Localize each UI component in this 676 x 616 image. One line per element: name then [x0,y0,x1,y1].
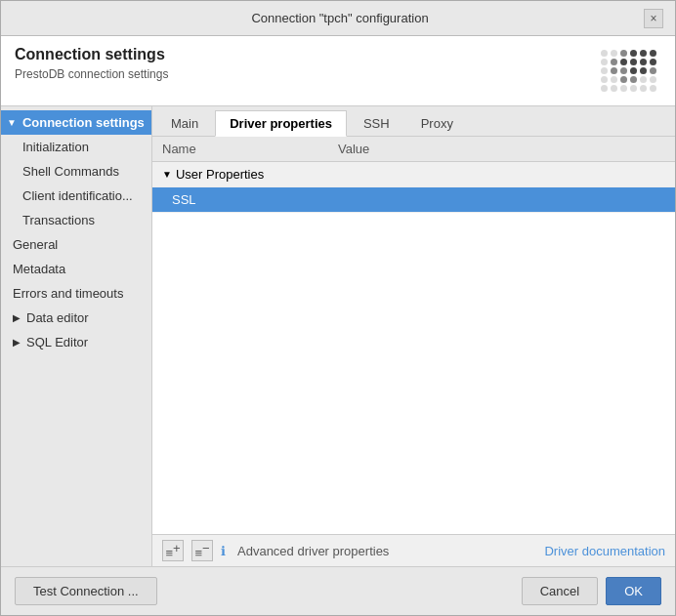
add-property-button[interactable]: ≡+ [162,540,184,561]
info-icon: ℹ [221,544,226,558]
tab-main[interactable]: Main [156,110,213,136]
sidebar-item-errors-timeouts[interactable]: Errors and timeouts [1,281,151,306]
sidebar-item-transactions[interactable]: Transactions [1,208,151,232]
col-header-name: Name [152,137,328,162]
sidebar-item-shell-commands[interactable]: Shell Commands [1,159,151,184]
chevron-down-icon: ▼ [7,117,17,128]
header-area: Connection settings PrestoDB connection … [1,36,675,106]
tab-content-driver-properties: Name Value ▼ User Properties [152,137,675,534]
driver-documentation-link[interactable]: Driver documentation [544,544,665,558]
sidebar-item-initialization[interactable]: Initialization [1,135,151,159]
sidebar-item-metadata[interactable]: Metadata [1,257,151,281]
tab-bar: Main Driver properties SSH Proxy [152,106,675,137]
logo [597,46,661,96]
advanced-driver-properties-label: Advanced driver properties [237,544,389,558]
main-content: ▼ Connection settings Initialization She… [1,106,675,566]
sidebar-item-client-identification[interactable]: Client identificatio... [1,184,151,208]
chevron-right-icon-2: ▶ [13,337,21,348]
tab-proxy[interactable]: Proxy [406,110,468,136]
tab-driver-properties[interactable]: Driver properties [215,110,347,137]
page-title: Connection settings [15,46,168,63]
sidebar-item-sql-editor[interactable]: ▶ SQL Editor [1,330,151,354]
property-value-ssl [328,187,675,213]
sidebar: ▼ Connection settings Initialization She… [1,106,152,566]
group-row-user-properties: ▼ User Properties [152,162,675,187]
test-connection-button[interactable]: Test Connection ... [15,577,157,605]
cancel-button[interactable]: Cancel [522,577,598,605]
dialog: Connection "tpch" configuration × Connec… [0,0,676,616]
chevron-right-icon: ▶ [13,312,21,323]
sidebar-item-connection-settings[interactable]: ▼ Connection settings [1,110,151,135]
ok-button[interactable]: OK [606,577,661,605]
sidebar-item-general[interactable]: General [1,232,151,257]
dialog-footer: Test Connection ... Cancel OK [1,566,675,615]
dialog-title: Connection "tpch" configuration [36,11,644,25]
col-header-value: Value [328,137,675,162]
tab-ssh[interactable]: SSH [349,110,404,136]
tab-footer: ≡+ ≡− ℹ Advanced driver properties Drive… [152,534,675,566]
sidebar-item-data-editor[interactable]: ▶ Data editor [1,306,151,330]
group-label-user-properties: User Properties [176,167,264,182]
page-subtitle: PrestoDB connection settings [15,67,168,81]
right-panel: Main Driver properties SSH Proxy Name [152,106,675,566]
table-row-ssl[interactable]: SSL [152,187,675,213]
chevron-down-icon-group: ▼ [162,169,172,180]
close-button[interactable]: × [644,9,663,28]
property-name-ssl: SSL [152,187,328,213]
title-bar: Connection "tpch" configuration × [1,1,675,36]
remove-property-button[interactable]: ≡− [191,540,213,561]
properties-table: Name Value ▼ User Properties [152,137,675,213]
